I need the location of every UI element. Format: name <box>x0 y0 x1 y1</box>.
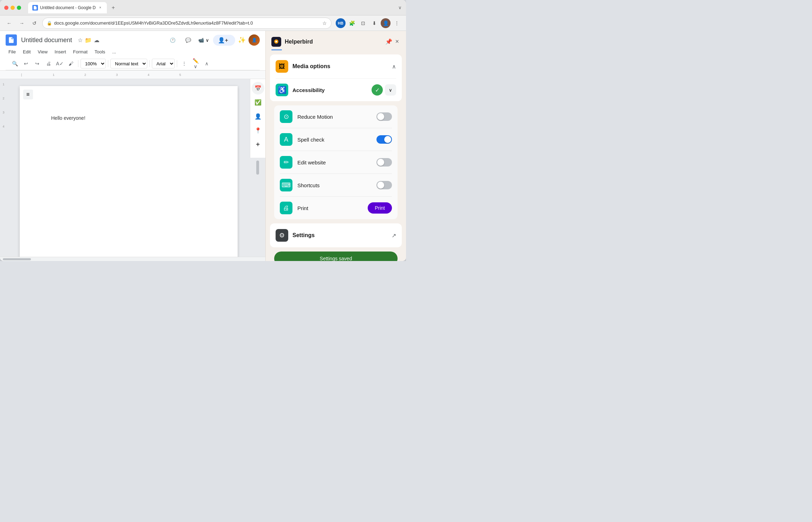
tab-expand-button[interactable]: ∨ <box>398 5 402 10</box>
page-content[interactable]: Hello everyone! <box>51 114 206 122</box>
spell-check-toggle[interactable] <box>376 135 392 144</box>
reduce-motion-icon: ⊙ <box>280 110 292 123</box>
document-title[interactable]: Untitled document <box>21 37 72 44</box>
redo-button[interactable]: ↪ <box>32 59 42 68</box>
media-options-header[interactable]: 🖼 Media options ∧ <box>270 54 402 78</box>
panel-close-button[interactable]: × <box>394 37 400 47</box>
user-avatar[interactable]: 👤 <box>249 34 260 46</box>
settings-section: ⚙ Settings ↗ <box>270 223 402 247</box>
search-format-button[interactable]: 🔍 <box>10 59 20 68</box>
content-area: Untitled document ☆ 📁 ☁ 🕐 💬 📹 ∨ 👤+ <box>0 31 406 261</box>
undo-button[interactable]: ↩ <box>21 59 31 68</box>
close-window-button[interactable] <box>4 6 8 10</box>
helperbird-extension-button[interactable]: HB <box>336 18 346 28</box>
download-button[interactable]: ⬇ <box>369 18 379 28</box>
accessibility-expand-button[interactable]: ∨ <box>385 84 396 96</box>
tasks-sidebar-button[interactable]: ✅ <box>252 96 264 109</box>
accessibility-check-button[interactable]: ✓ <box>372 84 383 96</box>
active-tab[interactable]: Untitled document - Google D × <box>28 2 107 13</box>
bookmark-icon[interactable]: ☆ <box>322 20 327 26</box>
edit-website-icon: ✏ <box>280 156 292 169</box>
extensions-button[interactable]: 🧩 <box>347 18 357 28</box>
zoom-select[interactable]: 100% <box>80 59 106 68</box>
accessibility-icon: ♿ <box>276 84 288 96</box>
contacts-icon: 👤 <box>254 113 262 120</box>
menu-tools[interactable]: Tools <box>92 48 108 56</box>
reduce-motion-toggle[interactable] <box>376 112 392 121</box>
forward-button[interactable]: → <box>17 18 27 28</box>
settings-saved-badge: Settings saved <box>274 252 398 261</box>
minimize-window-button[interactable] <box>11 6 15 10</box>
menu-more[interactable]: ... <box>109 48 119 56</box>
more-format-button[interactable]: ⋮ <box>179 59 189 68</box>
menu-insert[interactable]: Insert <box>52 48 69 56</box>
format-divider-2 <box>108 60 108 67</box>
spell-check-icon: A <box>280 133 292 146</box>
sidebar-button[interactable]: ⊡ <box>358 18 368 28</box>
browser-window: Untitled document - Google D × + ∨ ← → ↺… <box>0 0 406 261</box>
ruler-mark-2: 2 <box>84 73 86 77</box>
menu-file[interactable]: File <box>6 48 19 56</box>
docs-title-row: Untitled document ☆ 📁 ☁ 🕐 💬 📹 ∨ 👤+ <box>6 34 260 46</box>
history-button[interactable]: 🕐 <box>167 34 179 46</box>
move-document-button[interactable]: 📁 <box>85 37 92 44</box>
collapse-toolbar-button[interactable]: ∧ <box>202 59 212 68</box>
panel-pin-button[interactable]: 📌 <box>384 37 394 46</box>
pen-button[interactable]: ✏️ ∨ <box>191 59 200 68</box>
comments-button[interactable]: 💬 <box>182 34 195 46</box>
format-divider-4 <box>177 60 177 67</box>
spell-check-icon-symbol: A <box>284 136 288 143</box>
settings-external-link-icon[interactable]: ↗ <box>392 232 396 239</box>
settings-title: Settings <box>292 232 392 239</box>
media-options-chevron-icon: ∧ <box>392 63 396 70</box>
profile-button[interactable]: 👤 <box>381 18 391 28</box>
bottom-scroll-bar[interactable] <box>0 257 265 261</box>
scroll-thumb[interactable] <box>256 161 259 175</box>
spellcheck-button[interactable]: A✓ <box>55 59 65 68</box>
video-button[interactable]: 📹 ∨ <box>198 34 210 46</box>
contacts-sidebar-button[interactable]: 👤 <box>252 110 264 123</box>
option-reduce-motion: ⊙ Reduce Motion <box>274 105 398 128</box>
back-button[interactable]: ← <box>4 18 14 28</box>
calendar-sidebar-button[interactable]: 📅 <box>252 82 264 94</box>
paintformat-button[interactable]: 🖌 <box>66 59 76 68</box>
menu-row: File Edit View Insert Format Tools ... <box>6 48 260 56</box>
menu-edit[interactable]: Edit <box>20 48 33 56</box>
menu-button[interactable]: ⋮ <box>392 18 402 28</box>
page-text[interactable]: Hello everyone! <box>51 114 206 122</box>
print-action-button[interactable]: Print <box>368 202 392 214</box>
add-icon: + <box>256 141 260 149</box>
list-toggle-button[interactable]: ≡ <box>23 90 33 99</box>
address-bar[interactable]: 🔒 docs.google.com/document/d/1EEpsUSM4hY… <box>42 18 331 29</box>
paragraph-style-select[interactable]: Normal text <box>110 59 147 68</box>
maximize-window-button[interactable] <box>17 6 21 10</box>
ruler: | 1 2 3 4 5 <box>0 71 265 79</box>
gemini-button[interactable]: ✨ <box>238 36 246 44</box>
font-select[interactable]: Arial <box>152 59 175 68</box>
refresh-button[interactable]: ↺ <box>30 18 39 28</box>
menu-format[interactable]: Format <box>70 48 90 56</box>
accessibility-icon-symbol: ♿ <box>278 86 286 94</box>
cloud-save-button[interactable]: ☁ <box>94 37 99 44</box>
ruler-mark-4: 4 <box>148 73 149 77</box>
shortcuts-toggle[interactable] <box>376 181 392 189</box>
maps-sidebar-button[interactable]: 📍 <box>252 124 264 137</box>
star-document-button[interactable]: ☆ <box>78 37 83 44</box>
address-text: docs.google.com/document/d/1EEpsUSM4hYvB… <box>54 20 320 26</box>
menu-view[interactable]: View <box>35 48 50 56</box>
accessibility-title: Accessibility <box>292 87 372 93</box>
document-page[interactable]: ≡ Hello everyone! <box>20 86 238 257</box>
new-tab-button[interactable]: + <box>108 3 118 13</box>
edit-website-toggle[interactable] <box>376 158 392 167</box>
media-options-title: Media options <box>292 63 392 70</box>
tab-close-button[interactable]: × <box>98 5 103 10</box>
print-button[interactable]: 🖨 <box>44 59 53 68</box>
tasks-icon: ✅ <box>254 99 262 106</box>
add-sidebar-button[interactable]: + <box>252 138 264 151</box>
option-edit-website: ✏ Edit website <box>274 151 398 174</box>
horizontal-scroll-thumb[interactable] <box>3 258 31 260</box>
tab-docs-icon <box>32 5 38 11</box>
share-button[interactable]: 👤+ <box>213 35 235 46</box>
helperbird-logo <box>271 37 281 47</box>
tab-title: Untitled document - Google D <box>40 5 96 10</box>
